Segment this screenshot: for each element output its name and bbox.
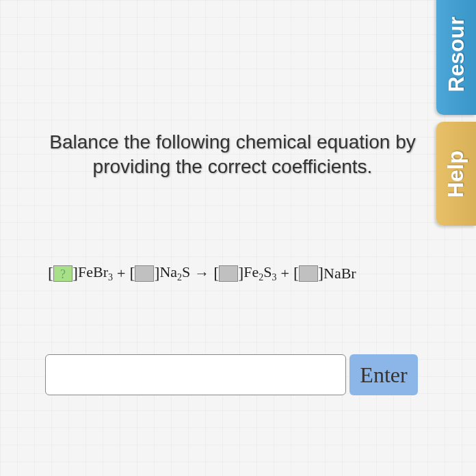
coefficient-4[interactable] <box>299 265 318 282</box>
bracket-open-4: [ <box>293 264 299 282</box>
formula-2: Na2S <box>159 263 190 283</box>
bracket-open-2: [ <box>129 264 135 282</box>
bracket-close-1: ] <box>72 264 78 282</box>
plus-1: + <box>117 265 125 282</box>
coefficient-3[interactable] <box>219 265 238 282</box>
bracket-open-3: [ <box>213 264 219 282</box>
coefficient-2[interactable] <box>135 265 154 282</box>
answer-input[interactable] <box>45 354 346 395</box>
formula-1: FeBr3 <box>78 263 113 283</box>
formula-4: NaBr <box>323 265 356 282</box>
answer-row: Enter <box>45 354 418 395</box>
bracket-close-2: ] <box>154 264 159 282</box>
reaction-arrow: → <box>194 265 209 282</box>
bracket-close-3: ] <box>238 264 243 282</box>
chemical-equation: [?]FeBr3 + []Na2S → []Fe2S3 + []NaBr <box>48 263 431 283</box>
plus-2: + <box>281 265 289 282</box>
enter-button[interactable]: Enter <box>349 354 418 395</box>
bracket-close-4: ] <box>318 264 323 282</box>
help-tab-label: Help <box>444 150 469 197</box>
coefficient-1-active[interactable]: ? <box>53 265 72 282</box>
bracket-open-1: [ <box>48 264 53 282</box>
prompt-text: Balance the following chemical equation … <box>34 130 431 180</box>
resources-tab[interactable]: Resour <box>436 0 476 115</box>
resources-tab-label: Resour <box>444 16 469 92</box>
formula-3: Fe2S3 <box>243 263 276 283</box>
help-tab[interactable]: Help <box>436 122 476 226</box>
